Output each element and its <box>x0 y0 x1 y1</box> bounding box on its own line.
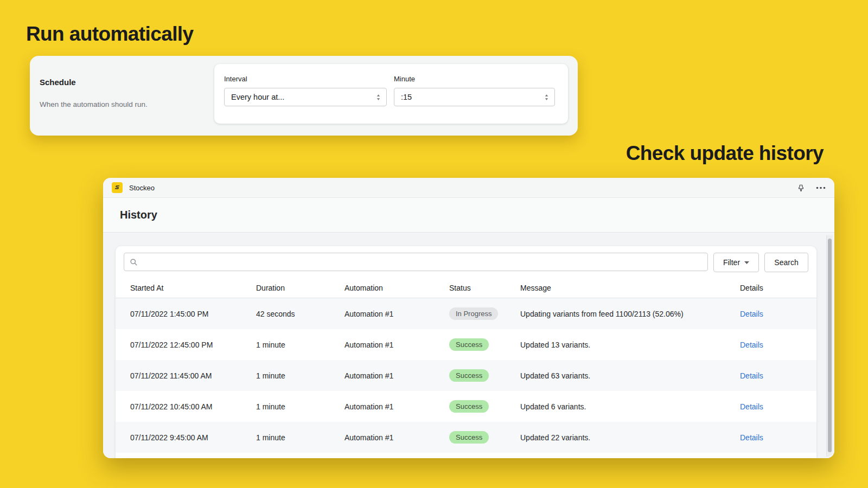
table-row: 07/11/2022 11:45:00 AM 1 minute Automati… <box>116 360 816 391</box>
schedule-info: Schedule When the automation should run. <box>40 78 148 108</box>
page-title: History <box>120 209 157 221</box>
filter-button-label: Filter <box>723 258 740 267</box>
search-icon <box>130 258 138 266</box>
table-row: 07/11/2022 9:45:00 AM 1 minute Automatio… <box>116 422 816 453</box>
interval-field: Interval Every hour at... <box>224 75 387 106</box>
table-row: 07/11/2022 10:45:00 AM 1 minute Automati… <box>116 391 816 422</box>
filter-button[interactable]: Filter <box>713 253 759 272</box>
history-card: Filter Search Started At Duration Automa… <box>116 246 816 458</box>
chevron-down-icon <box>744 261 749 264</box>
column-header-automation: Automation <box>337 284 442 292</box>
duration-cell: 1 minute <box>249 371 337 380</box>
details-cell: Details <box>733 402 809 411</box>
minute-select-value: :15 <box>401 93 412 101</box>
heading-check-update-history: Check update history <box>626 142 824 165</box>
schedule-title: Schedule <box>40 78 148 87</box>
history-content: Filter Search Started At Duration Automa… <box>103 233 834 458</box>
schedule-settings-panel: Interval Every hour at... Minute :15 <box>214 64 568 124</box>
automation-cell: Automation #1 <box>337 341 442 349</box>
window-topbar: Stockeo <box>103 178 834 198</box>
automation-cell: Automation #1 <box>337 433 442 442</box>
details-cell: Details <box>733 341 809 349</box>
status-cell: Success <box>442 431 513 444</box>
status-cell: Success <box>442 400 513 413</box>
status-badge: In Progress <box>449 307 498 320</box>
schedule-card: Schedule When the automation should run.… <box>30 56 578 136</box>
interval-select[interactable]: Every hour at... <box>224 88 387 106</box>
column-header-status: Status <box>442 284 513 292</box>
search-box <box>124 253 708 271</box>
duration-cell: 1 minute <box>249 433 337 442</box>
interval-label: Interval <box>224 75 387 83</box>
status-badge: Success <box>449 431 489 444</box>
column-header-duration: Duration <box>249 284 337 292</box>
column-header-details: Details <box>733 284 809 292</box>
duration-cell: 42 seconds <box>249 310 337 318</box>
automation-cell: Automation #1 <box>337 310 442 318</box>
search-input[interactable] <box>142 258 702 266</box>
started-at-cell: 07/11/2022 10:45:00 AM <box>123 402 249 411</box>
started-at-cell: 07/11/2022 1:45:00 PM <box>123 310 249 318</box>
message-cell: Updating variants from feed 1100/2113 (5… <box>513 310 733 318</box>
search-button-label: Search <box>774 258 798 267</box>
details-cell: Details <box>733 433 809 442</box>
automation-cell: Automation #1 <box>337 371 442 380</box>
scrollbar-track[interactable] <box>826 235 833 457</box>
started-at-cell: 07/11/2022 9:45:00 AM <box>123 433 249 442</box>
details-link[interactable]: Details <box>740 402 763 411</box>
status-badge: Success <box>449 338 489 351</box>
pin-icon[interactable] <box>797 184 805 192</box>
details-link[interactable]: Details <box>740 433 763 442</box>
status-cell: Success <box>442 369 513 382</box>
details-cell: Details <box>733 371 809 380</box>
started-at-cell: 07/11/2022 12:45:00 PM <box>123 341 249 349</box>
message-cell: Updated 22 variants. <box>513 433 733 442</box>
status-cell: In Progress <box>442 307 513 320</box>
history-toolbar: Filter Search <box>116 246 816 278</box>
column-header-started-at: Started At <box>123 284 249 292</box>
message-cell: Updated 6 variants. <box>513 402 733 411</box>
status-cell: Success <box>442 338 513 351</box>
automation-cell: Automation #1 <box>337 402 442 411</box>
scrollbar-thumb[interactable] <box>828 239 832 452</box>
more-options-icon[interactable] <box>816 187 826 189</box>
minute-select[interactable]: :15 <box>394 88 555 106</box>
minute-field: Minute :15 <box>394 75 555 106</box>
column-header-message: Message <box>513 284 733 292</box>
table-row: 07/11/2022 1:45:00 PM 42 seconds Automat… <box>116 298 816 329</box>
details-link[interactable]: Details <box>740 310 763 318</box>
schedule-description: When the automation should run. <box>40 100 148 108</box>
status-badge: Success <box>449 369 489 382</box>
stockeo-app-window: Stockeo History Filter <box>103 178 834 458</box>
topbar-actions <box>797 184 826 192</box>
message-cell: Updated 13 variants. <box>513 341 733 349</box>
duration-cell: 1 minute <box>249 341 337 349</box>
table-row: 07/11/2022 12:45:00 PM 1 minute Automati… <box>116 329 816 360</box>
started-at-cell: 07/11/2022 11:45:00 AM <box>123 371 249 380</box>
app-name: Stockeo <box>129 184 155 192</box>
heading-run-automatically: Run automatically <box>26 23 193 46</box>
duration-cell: 1 minute <box>249 402 337 411</box>
table-header-row: Started At Duration Automation Status Me… <box>116 278 816 298</box>
status-badge: Success <box>449 400 489 413</box>
page-header: History <box>103 198 834 233</box>
minute-label: Minute <box>394 75 555 83</box>
details-link[interactable]: Details <box>740 371 763 380</box>
interval-select-value: Every hour at... <box>231 93 284 101</box>
message-cell: Updated 63 variants. <box>513 371 733 380</box>
stepper-icon <box>544 93 549 101</box>
stepper-icon <box>376 93 381 101</box>
details-cell: Details <box>733 310 809 318</box>
stockeo-logo-icon <box>112 182 123 193</box>
details-link[interactable]: Details <box>740 341 763 349</box>
search-button[interactable]: Search <box>764 253 808 272</box>
